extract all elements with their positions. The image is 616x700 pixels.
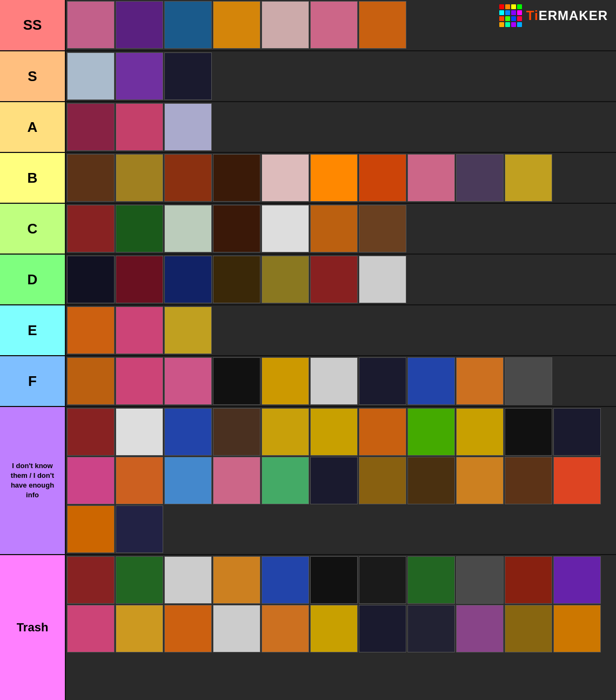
char-vanny[interactable] [67, 103, 115, 151]
char-dark-figure[interactable] [359, 357, 406, 405]
char-nightmare-bonnie[interactable] [116, 205, 163, 252]
char-trash-chica-alt[interactable] [164, 605, 212, 652]
char-idk-clown[interactable] [553, 457, 601, 504]
char-shadow[interactable] [164, 103, 212, 151]
char-toy-chica[interactable] [213, 1, 260, 49]
char-withered-dark[interactable] [213, 357, 260, 405]
char-idk-chica-dark[interactable] [359, 457, 406, 504]
char-trash-bonnie[interactable] [553, 556, 601, 604]
char-nightmare-foxy[interactable] [213, 205, 260, 252]
char-trash-bonnie-alt2[interactable] [505, 605, 552, 652]
char-idk-toy-bonnie-alt[interactable] [67, 457, 115, 504]
char-shadow-bonnie[interactable] [164, 256, 212, 303]
char-nightmare-alt[interactable] [116, 256, 163, 303]
char-idk-golden-freddy[interactable] [310, 408, 358, 456]
char-nightmare-freddy[interactable] [213, 154, 260, 202]
char-minireena[interactable] [164, 357, 212, 405]
char-withered-bonnie[interactable] [164, 52, 212, 100]
char-circus-baby[interactable] [67, 205, 115, 252]
char-idk-freddy-dark[interactable] [407, 457, 455, 504]
char-michael-afton[interactable] [164, 205, 212, 252]
char-yenndo[interactable] [116, 306, 163, 354]
char-funtime-freddy[interactable] [262, 154, 309, 202]
char-idk-helpy[interactable] [116, 408, 163, 456]
char-trash-withered[interactable] [456, 556, 504, 604]
char-puppet[interactable] [359, 256, 406, 303]
char-trash-city[interactable] [407, 605, 455, 652]
char-funtime-chica[interactable] [407, 154, 455, 202]
char-trash-dark-freddy[interactable] [359, 605, 406, 652]
tier-row-b: B [0, 153, 616, 204]
char-mangle[interactable] [262, 1, 309, 49]
char-trash-foxy-final[interactable] [553, 605, 601, 652]
char-toy-bonnie[interactable] [116, 103, 163, 151]
char-idk-dark-shadow[interactable] [505, 408, 552, 456]
char-trash-musicbox[interactable] [262, 556, 309, 604]
char-idk-cupcake[interactable] [116, 457, 163, 504]
char-trash-1[interactable] [67, 556, 115, 604]
char-idk-dark3[interactable] [116, 505, 163, 553]
char-trash-foxy-dark[interactable] [505, 556, 552, 604]
char-idk-mangle-dark[interactable] [213, 408, 260, 456]
char-springtrap[interactable] [262, 256, 309, 303]
char-trash-3[interactable] [164, 556, 212, 604]
char-idk-fire[interactable] [67, 505, 115, 553]
char-glamrock-tiger[interactable] [359, 1, 406, 49]
char-nightmare-main[interactable] [213, 256, 260, 303]
char-funtime-foxy[interactable] [310, 1, 358, 49]
char-golden-shadow[interactable] [262, 357, 309, 405]
char-scrap[interactable] [505, 357, 552, 405]
char-trash-chica[interactable] [213, 556, 260, 604]
char-idk-fredbear[interactable] [262, 408, 309, 456]
char-ennard[interactable] [456, 154, 504, 202]
char-shadow-freddy[interactable] [67, 256, 115, 303]
char-trash-pixel-purple[interactable] [456, 605, 504, 652]
char-withered-chica[interactable] [67, 357, 115, 405]
char-nightmare-puppet[interactable] [262, 205, 309, 252]
char-trash-cupcake[interactable] [67, 605, 115, 652]
char-trash-dark2[interactable] [359, 556, 406, 604]
char-spring-bonnie[interactable] [505, 154, 552, 202]
char-rockstar-chica[interactable] [164, 306, 212, 354]
char-nightmare-foxy-d[interactable] [310, 256, 358, 303]
char-idk-balloon-boy[interactable] [164, 457, 212, 504]
char-withered-foxy[interactable] [164, 154, 212, 202]
char-marionette[interactable] [310, 357, 358, 405]
char-idk-pixel-freddy[interactable] [456, 408, 504, 456]
char-withered-freddy-c[interactable] [359, 205, 406, 252]
char-trash-dark1[interactable] [310, 556, 358, 604]
char-toy-freddy[interactable] [116, 154, 163, 202]
char-idk-orville[interactable] [456, 457, 504, 504]
char-trash-candy-orange[interactable] [262, 605, 309, 652]
char-lolbit[interactable] [310, 154, 358, 202]
char-idk-shadow-large[interactable] [553, 408, 601, 456]
char-glamrock-montgomery[interactable] [116, 1, 163, 49]
tier-row-idontknow: I don't know them / I don't have enough … [0, 407, 616, 555]
char-idk-happy-frog[interactable] [262, 457, 309, 504]
char-chica-rockstar-alt[interactable] [456, 357, 504, 405]
char-idk-dark-char[interactable] [310, 457, 358, 504]
char-roxanne[interactable] [164, 1, 212, 49]
char-trash-puppet[interactable] [213, 605, 260, 652]
char-idk-pixel1[interactable] [359, 408, 406, 456]
char-idk-mr-hippo[interactable] [213, 457, 260, 504]
char-baby-sister[interactable] [116, 357, 163, 405]
char-baby[interactable] [359, 154, 406, 202]
char-rockstar-freddy[interactable] [407, 357, 455, 405]
char-nightmare-chica[interactable] [310, 205, 358, 252]
char-trash-glitchtrap[interactable] [407, 556, 455, 604]
char-trash-scrap-green[interactable] [116, 556, 163, 604]
char-idk-bonnet[interactable] [164, 408, 212, 456]
char-idk-lefty[interactable] [67, 408, 115, 456]
tier-content-idontknow [65, 407, 616, 554]
char-trash-freddy[interactable] [116, 605, 163, 652]
char-idk-pixel2[interactable] [407, 408, 455, 456]
char-freddy[interactable] [67, 154, 115, 202]
char-glamrock-chica[interactable] [67, 1, 115, 49]
char-candy-cadet[interactable] [67, 306, 115, 354]
char-trash-glitch-bear[interactable] [310, 605, 358, 652]
char-idk-freddy-alt[interactable] [505, 457, 552, 504]
char-ballora[interactable] [116, 52, 163, 100]
char-mike[interactable] [67, 52, 115, 100]
idontknow-label-text: I don't know them / I don't have enough … [4, 461, 61, 501]
